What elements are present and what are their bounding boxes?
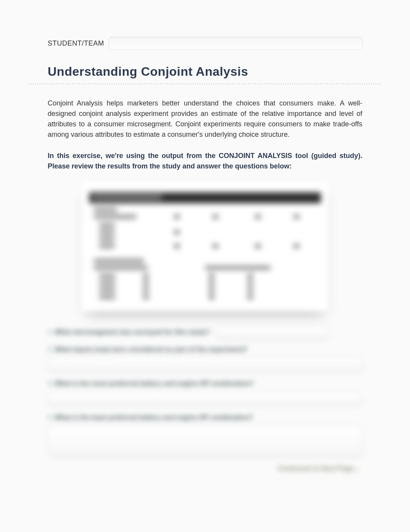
- question-4-label: 4.What is the least preferred battery an…: [48, 414, 253, 422]
- question-2-label: 2.What inputs (raw) were considered as p…: [48, 346, 247, 354]
- results-table-image: [81, 182, 329, 312]
- question-2-row: 2.What inputs (raw) were considered as p…: [48, 346, 363, 371]
- question-4-answer[interactable]: [48, 425, 363, 456]
- continued-footer: Continued on Next Page…: [48, 465, 363, 473]
- page-title: Understanding Conjoint Analysis: [48, 65, 363, 79]
- student-team-input[interactable]: [109, 37, 363, 50]
- question-3-label: 3.What is the most preferred battery and…: [48, 380, 254, 388]
- divider: [27, 82, 383, 86]
- student-team-label: STUDENT/TEAM: [48, 39, 104, 48]
- question-4-row: 4.What is the least preferred battery an…: [48, 414, 363, 456]
- question-1-label: 1.What microsegment was surveyed for thi…: [48, 328, 210, 336]
- question-3-answer[interactable]: [48, 391, 363, 405]
- question-1-answer[interactable]: [217, 326, 329, 339]
- question-1-row: 1.What microsegment was surveyed for thi…: [48, 326, 363, 339]
- instruction-paragraph: In this exercise, we're using the output…: [48, 151, 363, 172]
- question-3-row: 3.What is the most preferred battery and…: [48, 380, 363, 405]
- intro-paragraph: Conjoint Analysis helps marketers better…: [48, 98, 363, 140]
- question-2-answer[interactable]: [48, 357, 363, 371]
